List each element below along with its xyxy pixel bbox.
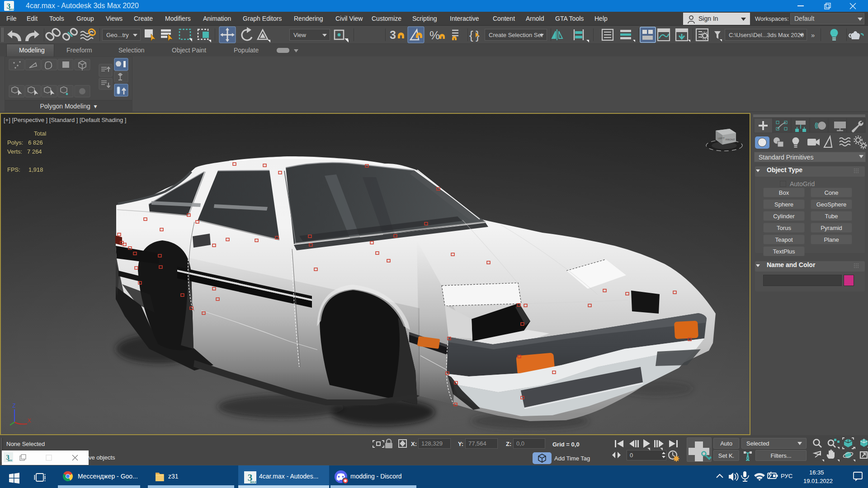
svg-text:%: %	[429, 28, 440, 42]
svg-text:»: »	[811, 31, 815, 39]
svg-text:3: 3	[390, 28, 396, 41]
svg-text:MAX: MAX	[8, 460, 12, 462]
svg-text:MAX: MAX	[250, 481, 256, 483]
svg-text:LEFT: LEFT	[718, 137, 725, 140]
svg-text:FRONT: FRONT	[726, 138, 735, 141]
svg-text:MAX: MAX	[9, 8, 14, 11]
svg-text:Z: Z	[12, 403, 15, 409]
svg-text:X: X	[28, 418, 31, 424]
